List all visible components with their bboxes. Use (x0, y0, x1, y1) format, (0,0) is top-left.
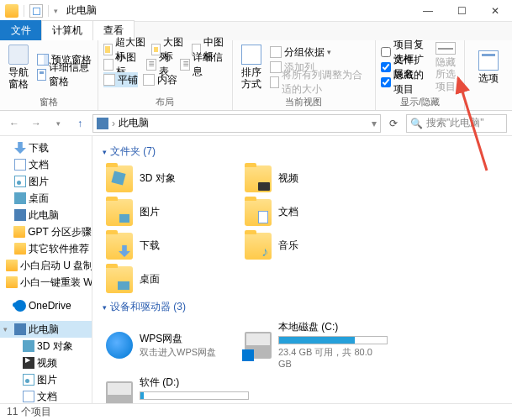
up-button[interactable]: ↑ (71, 114, 89, 133)
details-icon (180, 59, 190, 71)
dl-icon (14, 142, 26, 154)
tree-item[interactable]: OneDrive (0, 297, 92, 314)
tree-item[interactable]: ▾此电脑 (0, 321, 92, 338)
tree-item[interactable]: 此电脑 (0, 207, 92, 223)
maximize-button[interactable]: ☐ (445, 0, 478, 22)
list-icon (146, 59, 156, 71)
tree-item[interactable]: 桌面 (0, 190, 92, 207)
chk-hidden-items[interactable]: 隐藏的项目 (381, 75, 427, 90)
folder-item[interactable]: 视频 (241, 162, 380, 196)
tree-label: 3D 对象 (37, 339, 73, 354)
recent-button[interactable]: ▾ (49, 114, 67, 133)
nav-pane-button[interactable]: 导航窗格 (5, 42, 32, 92)
folder-item[interactable]: 文档 (241, 196, 380, 229)
tab-computer[interactable]: 计算机 (41, 20, 93, 40)
groupby-button[interactable]: 分组依据 ▾ (270, 45, 370, 60)
options-icon (478, 50, 499, 71)
tab-file[interactable]: 文件 (0, 20, 42, 40)
tree-item[interactable]: 下载 (0, 139, 92, 156)
tree-item[interactable]: 视频 (0, 354, 92, 371)
folder-item[interactable]: 图片 (103, 196, 241, 229)
group-header[interactable]: ▾文件夹 (7) (103, 144, 512, 159)
layout-content-button[interactable]: 内容 (143, 72, 177, 87)
tree-label: 文档 (37, 390, 57, 404)
tree-item[interactable]: 其它软件推荐 (0, 240, 92, 257)
sort-button[interactable]: 排序方式 (238, 42, 265, 92)
ribbon: 导航窗格 预览窗格 详细信息窗格 窗格 超大图标 大图标 中图标 小图标 列表 … (0, 40, 512, 111)
tree-label: 此电脑 (29, 208, 59, 223)
wps-drive-item[interactable]: WPS网盘双击进入WPS网盘 (103, 318, 241, 373)
folder-item[interactable]: 3D 对象 (103, 162, 241, 196)
xlarge-icon (103, 44, 113, 55)
nav-pane-icon (8, 45, 29, 65)
folder-icon (14, 243, 26, 255)
nav-tree[interactable]: 下载文档图片桌面此电脑GPT 分区步骤其它软件推荐小白启动 U 盘制作步小白一键… (0, 136, 92, 403)
tree-label: 文档 (29, 158, 49, 172)
folder-icon (106, 199, 133, 226)
addcol-icon (270, 61, 282, 73)
capacity-bar (140, 391, 249, 400)
pic-icon (23, 374, 34, 386)
search-icon: 🔍 (410, 118, 423, 129)
folder-item[interactable]: 桌面 (103, 263, 241, 297)
drive-item[interactable]: 软件 (D:)154 GB 可用，共 158 GB (103, 373, 241, 403)
quick-access-toolbar: ▾ (0, 4, 63, 18)
ribbon-group-panes: 导航窗格 预览窗格 详细信息窗格 窗格 (0, 40, 98, 110)
refresh-button[interactable]: ⟳ (384, 114, 403, 133)
details-pane-button[interactable]: 详细信息窗格 (37, 67, 92, 82)
folder-icon (245, 165, 272, 192)
content-icon (143, 74, 155, 86)
video-icon (23, 357, 34, 369)
ribbon-group-layout: 超大图标 大图标 中图标 小图标 列表 详细信息 平铺 内容 布局 (98, 40, 233, 110)
small-icon (103, 59, 113, 71)
address-dropdown-icon[interactable]: ▾ (372, 118, 377, 129)
doc-icon (23, 391, 34, 402)
layout-tiles-button[interactable]: 平铺 (103, 72, 138, 87)
properties-icon[interactable] (29, 4, 43, 18)
close-button[interactable]: ✕ (478, 0, 512, 22)
folder-item[interactable]: 下载 (103, 229, 241, 263)
address-bar[interactable]: › 此电脑 ▾ (92, 114, 381, 133)
tree-item[interactable]: 图片 (0, 371, 92, 388)
drive-item[interactable]: 本地磁盘 (C:)23.4 GB 可用，共 80.0 GB (241, 318, 380, 373)
address-bar-row: ← → ▾ ↑ › 此电脑 ▾ ⟳ 🔍搜索"此电脑" (0, 111, 512, 136)
sort-icon (241, 45, 261, 65)
tree-label: OneDrive (29, 300, 71, 312)
tree-item[interactable]: 图片 (0, 173, 92, 190)
group-header[interactable]: ▾设备和驱动器 (3) (103, 300, 512, 314)
ribbon-tabs: 文件 计算机 查看 (0, 22, 512, 40)
item-view[interactable]: ▾文件夹 (7)3D 对象视频图片文档下载音乐桌面▾设备和驱动器 (3)WPS网… (92, 136, 512, 403)
app-icon[interactable] (5, 4, 18, 18)
groupby-icon (270, 46, 282, 58)
pic-icon (14, 176, 26, 187)
tree-label: 下载 (29, 141, 49, 155)
desk-icon (14, 192, 26, 204)
layout-small-button[interactable]: 小图标 (103, 57, 141, 72)
tree-label: 小白启动 U 盘制作步 (20, 259, 92, 273)
minimize-button[interactable]: — (411, 0, 445, 22)
tree-item[interactable]: GPT 分区步骤 (0, 223, 92, 240)
folder-item[interactable]: 音乐 (241, 229, 380, 263)
address-path[interactable]: 此电脑 (119, 116, 149, 130)
drive-icon (245, 332, 272, 359)
tree-label: 其它软件推荐 (29, 242, 89, 256)
tree-label: GPT 分区步骤 (28, 225, 92, 239)
tree-item[interactable]: 小白启动 U 盘制作步 (0, 257, 92, 274)
capacity-bar (278, 336, 388, 344)
options-button[interactable]: 选项 (470, 42, 507, 92)
tree-item[interactable]: 文档 (0, 156, 92, 173)
doc-icon (14, 159, 26, 171)
folder-icon (245, 199, 272, 226)
onedrive-icon (14, 300, 26, 312)
folder-icon (13, 226, 25, 238)
tree-item[interactable]: 小白一键重装 Win10 (0, 274, 92, 291)
tree-item[interactable]: 3D 对象 (0, 338, 92, 354)
tree-item[interactable]: 文档 (0, 388, 92, 403)
search-box[interactable]: 🔍搜索"此电脑" (406, 114, 507, 133)
back-button[interactable]: ← (5, 114, 24, 133)
layout-details-button[interactable]: 详细信息 (180, 57, 226, 72)
title-chevron-icon[interactable]: ▾ (54, 7, 58, 15)
preview-pane-icon (37, 54, 49, 66)
tree-label: 小白一键重装 Win10 (20, 276, 92, 290)
layout-list-button[interactable]: 列表 (146, 57, 176, 72)
